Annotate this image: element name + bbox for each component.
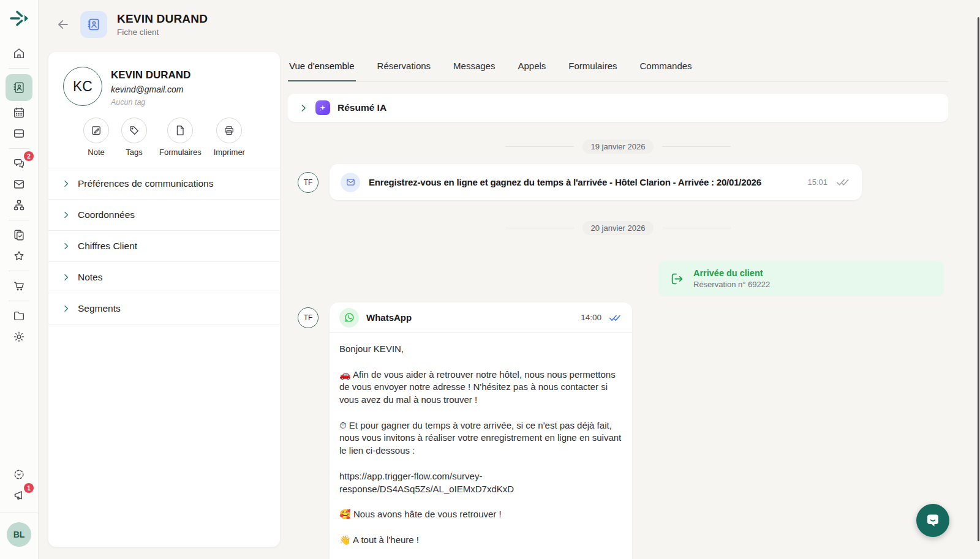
- chevron-right-icon: [62, 273, 70, 282]
- page-title: KEVIN DURAND: [117, 12, 208, 26]
- email-message-row: TF Enregistrez-vous en ligne et gagnez d…: [288, 164, 948, 200]
- note-button[interactable]: Note: [83, 118, 109, 157]
- divider: [9, 301, 29, 301]
- email-subject: Enregistrez-vous en ligne et gagnez du t…: [369, 177, 799, 187]
- sidebar-item-home[interactable]: [6, 43, 32, 64]
- star-icon: [12, 249, 26, 263]
- tab-bar: Vue d'ensemble Réservations Messages App…: [288, 58, 948, 82]
- tags-button[interactable]: Tags: [121, 118, 147, 157]
- client-panel: KC KEVIN DURAND kevind@gmail.com Aucun t…: [48, 52, 280, 547]
- arrival-reservation: Réservation n° 69222: [693, 280, 770, 289]
- forms-button[interactable]: Formulaires: [159, 118, 202, 157]
- whatsapp-icon: [339, 308, 359, 328]
- app-logo-icon: [8, 7, 30, 29]
- message-paragraph: 🥰 Nous avons hâte de vous retrouver !: [339, 508, 622, 521]
- sidebar-item-org-chart[interactable]: [6, 195, 32, 216]
- client-email: kevind@gmail.com: [111, 84, 190, 94]
- chevron-right-icon: [62, 179, 70, 188]
- campaigns-badge: 1: [24, 483, 34, 493]
- arrival-event-card[interactable]: Arrivée du client Réservation n° 69222: [658, 261, 944, 296]
- check-in-icon: [669, 271, 685, 287]
- email-time: 15:01: [807, 178, 827, 187]
- sender-avatar: TF: [298, 172, 318, 193]
- whatsapp-message-row: TF WhatsApp 14:00 Bonjour KEVIN, 🚗 Afin …: [288, 302, 948, 559]
- sidebar-item-target[interactable]: [6, 464, 32, 485]
- double-check-icon: [609, 314, 622, 321]
- tab-overview[interactable]: Vue d'ensemble: [288, 58, 356, 81]
- chevron-right-icon: [299, 103, 308, 113]
- app: 2: [0, 0, 980, 559]
- chevron-right-icon: [62, 304, 70, 313]
- double-check-icon: [836, 178, 851, 186]
- date-label: 19 janvier 2026: [582, 140, 654, 154]
- tab-reservations[interactable]: Réservations: [376, 58, 432, 81]
- envelope-icon: [341, 173, 360, 192]
- top-header: KEVIN DURAND Fiche client: [39, 0, 980, 49]
- section-segments[interactable]: Segments: [48, 293, 280, 325]
- main-content: Vue d'ensemble Réservations Messages App…: [288, 58, 948, 559]
- whatsapp-message-card[interactable]: WhatsApp 14:00 Bonjour KEVIN, 🚗 Afin de …: [330, 302, 632, 559]
- target-icon: [12, 468, 26, 481]
- client-actions: Note Tags Formulaires Imprimer: [48, 118, 280, 168]
- divider: [9, 148, 29, 149]
- back-arrow-icon[interactable]: [56, 17, 70, 32]
- note-icon: [90, 124, 102, 137]
- sidebar-item-settings[interactable]: [6, 326, 32, 347]
- sidebar-item-files[interactable]: [6, 306, 32, 326]
- message-paragraph: ⏱ Et pour gagner du temps à votre arrivé…: [339, 419, 622, 457]
- date-separator: 20 janvier 2026: [288, 220, 948, 235]
- ai-summary-card[interactable]: Résumé IA: [288, 94, 948, 122]
- sender-avatar: TF: [298, 307, 318, 328]
- divider: [9, 271, 29, 271]
- tab-calls[interactable]: Appels: [516, 58, 547, 81]
- client-tag: Aucun tag: [111, 98, 190, 107]
- whatsapp-message-body: Bonjour KEVIN, 🚗 Afin de vous aider à re…: [330, 333, 632, 559]
- sidebar-item-campaigns[interactable]: 1: [6, 485, 32, 506]
- folder-icon: [12, 309, 26, 323]
- chat-badge: 2: [24, 151, 34, 161]
- megaphone-icon: [12, 489, 26, 502]
- email-message-card[interactable]: Enregistrez-vous en ligne et gagnez du t…: [330, 164, 862, 200]
- settings-icon: [12, 330, 26, 343]
- divider: [9, 68, 29, 69]
- contacts-icon: [12, 81, 26, 94]
- page-subtitle: Fiche client: [117, 28, 208, 37]
- print-button[interactable]: Imprimer: [214, 118, 245, 157]
- chevron-right-icon: [62, 211, 70, 219]
- message-paragraph: 👋 A tout à l'heure !: [339, 534, 622, 547]
- cart-icon: [12, 279, 26, 293]
- sidebar-item-tasks[interactable]: [6, 225, 32, 246]
- client-avatar: KC: [63, 67, 102, 106]
- chat-widget-button[interactable]: [916, 504, 949, 537]
- message-link[interactable]: https://app.trigger-flow.com/survey-resp…: [339, 470, 622, 495]
- sidebar-item-contacts[interactable]: [6, 74, 32, 101]
- tab-messages[interactable]: Messages: [452, 58, 496, 81]
- chat-bubble-icon: [924, 512, 941, 529]
- calendar-icon: [12, 106, 26, 119]
- sidebar-user[interactable]: BL: [0, 512, 39, 559]
- sidebar-rail: 2: [0, 0, 39, 559]
- sidebar-item-calendar[interactable]: [6, 102, 32, 123]
- sidebar-item-favorites[interactable]: [6, 246, 32, 266]
- arrival-title: Arrivée du client: [693, 268, 770, 278]
- contact-card-icon: [80, 11, 107, 38]
- inbox-icon: [12, 127, 26, 140]
- home-icon: [12, 47, 26, 60]
- tab-forms[interactable]: Formulaires: [567, 58, 618, 81]
- section-client-figures[interactable]: Chiffres Client: [48, 231, 280, 262]
- sidebar-item-orders[interactable]: [6, 276, 32, 296]
- section-coordinates[interactable]: Coordonnées: [48, 200, 280, 231]
- client-sections: Préférences de communications Coordonnée…: [48, 168, 280, 325]
- page-scrollbar[interactable]: [978, 17, 979, 541]
- ai-sparkle-icon: [315, 100, 330, 115]
- message-paragraph: Bonjour KEVIN,: [339, 343, 622, 356]
- sidebar-item-chats[interactable]: 2: [6, 153, 32, 174]
- section-notes[interactable]: Notes: [48, 262, 280, 293]
- tab-orders[interactable]: Commandes: [639, 58, 693, 81]
- sidebar-item-mail[interactable]: [6, 174, 32, 195]
- sidebar-item-inbox[interactable]: [6, 123, 32, 144]
- channel-name: WhatsApp: [366, 312, 573, 323]
- section-communication-preferences[interactable]: Préférences de communications: [48, 168, 280, 200]
- user-avatar[interactable]: BL: [7, 522, 31, 547]
- chat-icon: [12, 157, 26, 170]
